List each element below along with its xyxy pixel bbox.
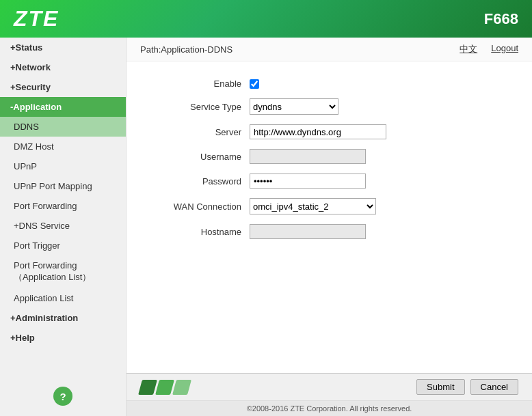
lang-switch[interactable]: 中文: [460, 43, 477, 55]
sidebar: +Status +Network +Security -Application …: [0, 38, 127, 416]
password-row: Password: [154, 174, 505, 189]
help-button[interactable]: ?: [53, 387, 72, 406]
device-model: F668: [484, 10, 518, 28]
service-type-control: dyndns no-ip 3322: [250, 98, 338, 115]
service-type-label: Service Type: [154, 102, 250, 112]
sidebar-item-dns-service[interactable]: +DNS Service: [0, 216, 126, 236]
username-row: Username: [154, 149, 505, 164]
password-control: [250, 174, 366, 189]
password-label: Password: [154, 176, 250, 186]
enable-row: Enable: [154, 79, 505, 89]
zte-logo: ZTE: [14, 6, 59, 31]
bottom-bar: Submit Cancel: [127, 374, 532, 400]
submit-button[interactable]: Submit: [416, 379, 464, 395]
password-input[interactable]: [250, 174, 366, 189]
deco-dark: [138, 380, 157, 395]
enable-label: Enable: [154, 79, 250, 89]
decorative-lines: [140, 380, 189, 395]
hostname-row: Hostname: [154, 224, 505, 239]
sidebar-item-ddns[interactable]: DDNS: [0, 117, 126, 137]
topbar: Path:Application-DDNS 中文 Logout: [127, 38, 532, 61]
form-area: Enable Service Type dyndns no-ip 3322: [127, 61, 532, 373]
main-layout: +Status +Network +Security -Application …: [0, 38, 532, 416]
deco-light: [172, 380, 191, 395]
hostname-label: Hostname: [154, 227, 250, 237]
wan-connection-label: WAN Connection: [154, 202, 250, 212]
sidebar-item-port-forwarding[interactable]: Port Forwarding: [0, 196, 126, 216]
header: ZTE F668: [0, 0, 532, 38]
wan-connection-control: omci_ipv4_static_2: [250, 198, 376, 214]
username-control: [250, 149, 366, 164]
enable-checkbox[interactable]: [250, 79, 259, 89]
topbar-actions: 中文 Logout: [460, 43, 518, 55]
logout-link[interactable]: Logout: [491, 43, 518, 55]
hostname-input[interactable]: [250, 224, 366, 239]
cancel-button[interactable]: Cancel: [470, 379, 518, 395]
sidebar-item-help[interactable]: +Help: [0, 328, 126, 348]
breadcrumb: Path:Application-DDNS: [140, 44, 232, 55]
action-buttons: Submit Cancel: [416, 379, 518, 395]
sidebar-item-network[interactable]: +Network: [0, 57, 126, 77]
sidebar-nav: +Status +Network +Security -Application …: [0, 38, 126, 376]
server-row: Server: [154, 124, 505, 139]
sidebar-item-upnp-port-mapping[interactable]: UPnP Port Mapping: [0, 176, 126, 196]
main-content: Path:Application-DDNS 中文 Logout Enable S…: [127, 38, 532, 416]
copyright: ©2008-2016 ZTE Corporation. All rights r…: [127, 400, 532, 416]
bottom-area: Submit Cancel ©2008-2016 ZTE Corporation…: [127, 373, 532, 416]
wan-connection-select[interactable]: omci_ipv4_static_2: [250, 198, 376, 214]
server-label: Server: [154, 127, 250, 137]
sidebar-item-upnp[interactable]: UPnP: [0, 156, 126, 176]
enable-control: [250, 79, 259, 89]
server-input[interactable]: [250, 124, 386, 139]
wan-connection-row: WAN Connection omci_ipv4_static_2: [154, 198, 505, 214]
deco-mid: [155, 380, 174, 395]
service-type-row: Service Type dyndns no-ip 3322: [154, 98, 505, 115]
sidebar-item-application-list[interactable]: Application List: [0, 288, 126, 308]
sidebar-item-port-forwarding-app[interactable]: Port Forwarding（Application List）: [0, 255, 126, 288]
username-input[interactable]: [250, 149, 366, 164]
sidebar-help-area: ?: [0, 376, 126, 416]
sidebar-item-application[interactable]: -Application: [0, 97, 126, 117]
sidebar-item-administration[interactable]: +Administration: [0, 308, 126, 328]
server-control: [250, 124, 386, 139]
sidebar-item-status[interactable]: +Status: [0, 38, 126, 57]
username-label: Username: [154, 152, 250, 162]
sidebar-item-security[interactable]: +Security: [0, 77, 126, 97]
sidebar-item-dmz-host[interactable]: DMZ Host: [0, 137, 126, 156]
service-type-select[interactable]: dyndns no-ip 3322: [250, 98, 338, 115]
sidebar-item-port-trigger[interactable]: Port Trigger: [0, 236, 126, 255]
hostname-control: [250, 224, 366, 239]
